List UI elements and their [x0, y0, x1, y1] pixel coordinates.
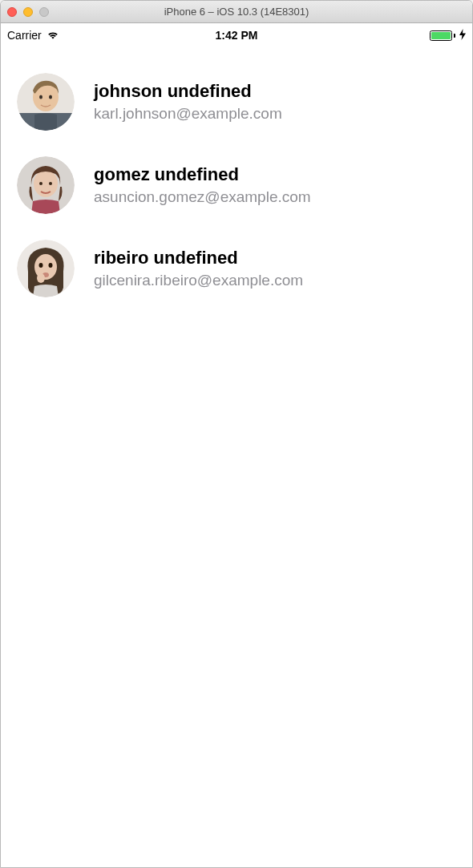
contact-email: karl.johnson@example.com [94, 105, 282, 123]
contact-name: johnson undefined [94, 81, 282, 102]
avatar [17, 240, 75, 297]
charging-icon [459, 29, 466, 42]
list-item-text: johnson undefined karl.johnson@example.c… [94, 81, 282, 123]
traffic-lights [7, 7, 49, 17]
list-item-text: ribeiro undefined gilcenira.ribeiro@exam… [94, 248, 303, 289]
svg-point-4 [39, 95, 42, 99]
close-window-button[interactable] [7, 7, 17, 17]
list-item-text: gomez undefined asuncion.gomez@example.c… [94, 164, 311, 206]
maximize-window-button[interactable] [39, 7, 49, 17]
carrier-label: Carrier [7, 29, 42, 42]
svg-point-9 [39, 182, 42, 185]
list-item[interactable]: gomez undefined asuncion.gomez@example.c… [1, 143, 472, 227]
contact-name: gomez undefined [94, 164, 311, 185]
window-title: iPhone 6 – iOS 10.3 (14E8301) [1, 6, 472, 18]
simulator-window: iPhone 6 – iOS 10.3 (14E8301) Carrier 1:… [0, 0, 473, 868]
svg-point-14 [39, 263, 43, 268]
status-bar-time: 1:42 PM [7, 29, 466, 42]
status-bar: Carrier 1:42 PM [1, 23, 472, 47]
contacts-list[interactable]: johnson undefined karl.johnson@example.c… [1, 47, 472, 867]
list-item[interactable]: johnson undefined karl.johnson@example.c… [1, 60, 472, 143]
svg-point-10 [49, 182, 52, 185]
svg-point-17 [37, 273, 45, 283]
avatar [17, 73, 75, 131]
wifi-icon [46, 30, 59, 40]
status-bar-right [430, 29, 466, 42]
status-bar-left: Carrier [7, 29, 59, 42]
minimize-window-button[interactable] [23, 7, 33, 17]
list-item[interactable]: ribeiro undefined gilcenira.ribeiro@exam… [1, 227, 472, 310]
svg-point-5 [49, 95, 52, 99]
device-screen: Carrier 1:42 PM [1, 23, 472, 867]
svg-point-15 [49, 263, 53, 268]
contact-email: gilcenira.ribeiro@example.com [94, 272, 303, 289]
contact-name: ribeiro undefined [94, 248, 303, 268]
avatar [17, 156, 75, 214]
contact-email: asuncion.gomez@example.com [94, 188, 311, 206]
battery-icon [430, 30, 455, 41]
window-titlebar: iPhone 6 – iOS 10.3 (14E8301) [1, 1, 472, 23]
